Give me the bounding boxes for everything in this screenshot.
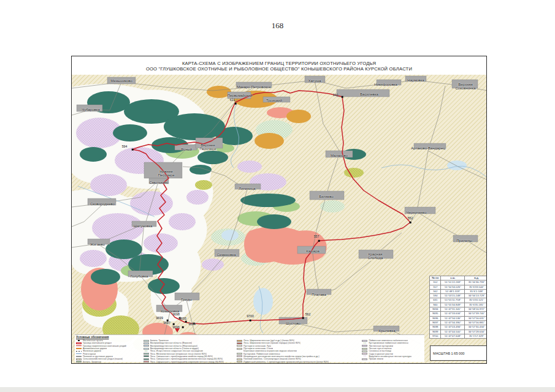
- legend-swatch: [144, 353, 149, 355]
- legend-swatch: [144, 355, 149, 357]
- map-title: КАРТА-СХЕМА С ИЗОБРАЖЕНИЕМ ГРАНИЦ ТЕРРИТ…: [72, 56, 486, 75]
- legend-swatch: [76, 345, 82, 346]
- table-header-row: № ппс.ш.в.д.: [430, 276, 487, 281]
- legend-swatch: [144, 345, 149, 347]
- table-cell: 631: [430, 298, 441, 303]
- legend-swatch: [76, 358, 82, 360]
- legend-swatch: [362, 345, 367, 347]
- legend-swatch: [237, 340, 242, 342]
- table-cell: 557: [430, 285, 441, 289]
- table-cell: 9694: [430, 307, 441, 312]
- table-cell: 35°16'36.793": [465, 281, 486, 285]
- legend-item: Прочие земли: [362, 358, 423, 360]
- table-row: 969951°47'44.500"34°57'28.634": [430, 330, 487, 334]
- table-cell: 562: [430, 289, 441, 293]
- table-cell: 940: [430, 303, 441, 307]
- table-cell: 35°0'31.521": [465, 298, 486, 303]
- table-cell: 51°47'34.536": [441, 316, 465, 320]
- table-cell: 552: [430, 281, 441, 285]
- scan-edge-strip: [0, 387, 555, 392]
- legend-label: Пойменный комплекс. С преобладанием трав…: [243, 361, 329, 363]
- legend-swatch: [76, 353, 82, 354]
- boundary-point-marker: [235, 103, 237, 105]
- legend-label: Леса. Смешанные с преобладанием широколи…: [150, 361, 224, 363]
- table-cell: 51°55'34.849": [441, 303, 465, 307]
- table-cell: 51°47'44.500": [441, 330, 465, 334]
- legend-item: Болота. Травяные: [76, 360, 140, 363]
- legend-swatch: [237, 361, 242, 363]
- legend-swatch: [76, 342, 82, 344]
- map-canvas: № ппс.ш.в.д.55251°51'22.269"35°16'36.793…: [72, 75, 486, 363]
- table-cell: 51°50'34.026": [441, 285, 465, 289]
- boundary-point-marker: [318, 240, 320, 242]
- boundary-point-label: 594: [122, 145, 128, 148]
- legend-swatch: ···: [237, 350, 242, 352]
- legend-swatch: ˄ ˄: [362, 342, 367, 344]
- legend-swatch: [362, 340, 367, 342]
- legend-item: Пойменный комплекс. С преобладанием трав…: [237, 360, 359, 363]
- table-cell: 51°47'31.341": [441, 307, 465, 312]
- legend-swatch: [76, 351, 82, 352]
- table-cell: 51°48'1.319": [441, 289, 465, 293]
- table-row: 970051°47'47.608"35°1'57.329": [430, 334, 487, 338]
- table-cell: 9695: [430, 312, 441, 316]
- scale-box: МАСШТАБ 1:65 000: [430, 345, 486, 361]
- legend-label: Болота. Травяные: [83, 361, 101, 363]
- legend-swatch: [76, 348, 82, 349]
- legend-column: Населенные пунктыГраница охотничьего уго…: [76, 339, 140, 363]
- legend-swatch: [362, 350, 367, 352]
- table-cell: 34°56'13.729": [465, 294, 486, 298]
- table-cell: 34°57'28.634": [465, 330, 486, 334]
- table-row: 969651°47'34.536"34°57'56.631": [430, 316, 487, 320]
- table-row: 59451°53'15.248"34°56'13.729": [430, 294, 487, 298]
- table-row: 94051°55'34.849"35°6'35.181": [430, 303, 487, 307]
- legend-swatch: [144, 358, 149, 360]
- legend-swatch: [144, 348, 149, 350]
- table-cell: 9697: [430, 320, 441, 325]
- table-cell: 9700: [430, 334, 441, 338]
- table-cell: 51°47'34.390": [441, 320, 465, 325]
- map-title-line2: ООО "ГЛУШКОВСКОЕ ОХОТНИЧЬЕ И РЫБОЛОВНОЕ …: [72, 66, 486, 72]
- legend-column: Болота. ТравяныеВоспроизводственная обла…: [144, 339, 234, 363]
- legend-swatch: [237, 345, 242, 347]
- map-legend: Условные обозначения Населенные пунктыГр…: [75, 334, 424, 362]
- coordinates-table: № ппс.ш.в.д.55251°51'22.269"35°16'36.793…: [429, 276, 486, 339]
- boundary-point-marker: [132, 149, 134, 151]
- boundary-point-marker: [410, 222, 411, 224]
- table-cell: 34°57'30.434": [465, 325, 486, 330]
- legend-swatch: ˄ ˄: [144, 350, 149, 352]
- table-row: 63151°55'11.758"35°0'31.521": [430, 298, 487, 303]
- table-header-cell: с.ш.: [441, 276, 465, 281]
- table-cell: 35°6'35.181": [465, 303, 486, 307]
- legend-swatch: ˄ ˄: [362, 355, 367, 357]
- boundary-point-label: 631: [230, 98, 235, 102]
- legend-header: Условные обозначения: [76, 336, 423, 339]
- boundary-point-label: 9694: [188, 322, 196, 326]
- legend-swatch: [237, 353, 242, 355]
- table-row: 56251°48'1.319"35°6'1.538": [430, 289, 487, 293]
- boundary-point-marker: [173, 323, 175, 325]
- legend-swatch: [237, 348, 242, 350]
- table-cell: 34°57'56.881": [465, 320, 486, 325]
- table-row: 55751°50'34.026"35°6'33.544": [430, 285, 487, 289]
- boundary-point-label: 940: [333, 93, 339, 97]
- map-terrain: [72, 75, 486, 363]
- page-number: 168: [0, 21, 555, 31]
- coordinates-table-grid: № ппс.ш.в.д.55251°51'22.269"35°16'36.793…: [429, 276, 486, 339]
- legend-swatch: [362, 348, 367, 350]
- table-row: 969551°47'33.634"34°57'39.740": [430, 312, 487, 316]
- boundary-point-label: 562: [305, 312, 311, 316]
- boundary-point-label: 557: [314, 235, 320, 238]
- legend-column: Леса. Широколиственные (дуб и др.) (боле…: [237, 339, 359, 363]
- table-cell: 51°53'15.248": [441, 294, 465, 298]
- legend-swatch: [76, 356, 82, 356]
- table-cell: 51°55'11.758": [441, 298, 465, 303]
- legend-swatch: [362, 358, 367, 360]
- table-row: 55251°51'22.269"35°16'36.793": [430, 281, 487, 285]
- boundary-point-label: 9695: [179, 317, 186, 320]
- boundary-point-label: 9700: [247, 314, 254, 318]
- table-cell: 35°1'57.329": [465, 334, 486, 338]
- scale-label: МАСШТАБ 1:65 000: [433, 352, 464, 355]
- table-cell: 51°47'33.634": [441, 312, 465, 316]
- boundary-point-label: 9697: [163, 321, 170, 325]
